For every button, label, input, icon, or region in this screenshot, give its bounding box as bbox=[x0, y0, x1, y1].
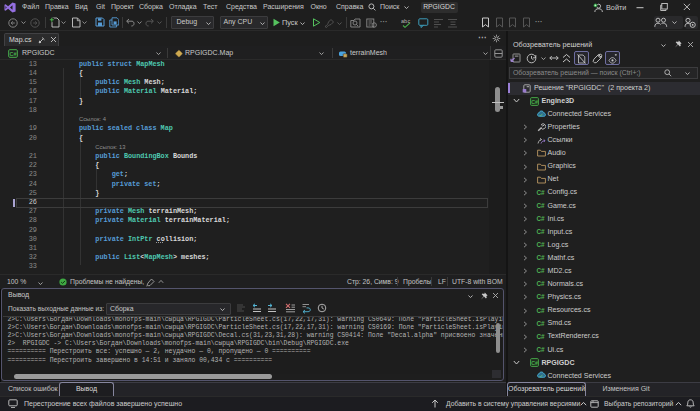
svg-text:c: c bbox=[408, 18, 411, 24]
svg-text:C#: C# bbox=[531, 360, 538, 366]
svg-text:ab: ab bbox=[401, 18, 407, 24]
svg-text:C#: C# bbox=[10, 50, 17, 56]
svg-text:C#: C# bbox=[531, 98, 538, 104]
